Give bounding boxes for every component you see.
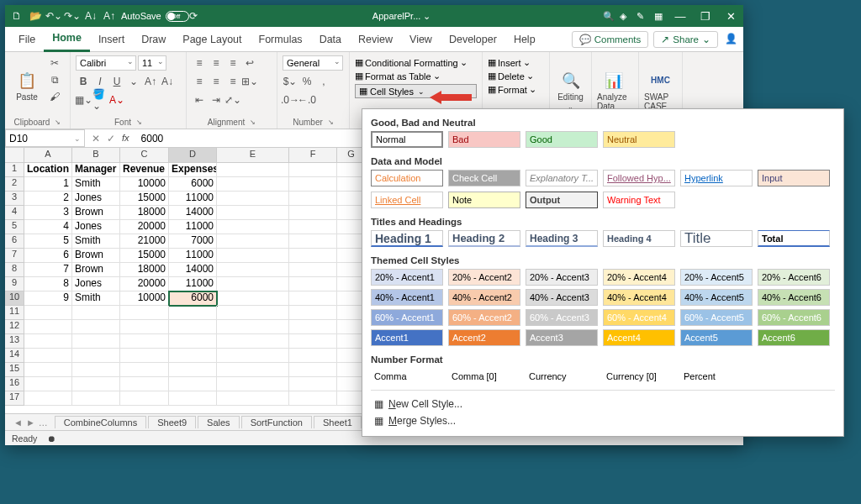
cell[interactable] xyxy=(217,263,289,277)
comments-button[interactable]: 💬 Comments xyxy=(572,31,649,48)
cell[interactable] xyxy=(24,320,72,334)
cell[interactable]: 14000 xyxy=(169,206,217,220)
minimize-button[interactable]: ― xyxy=(673,8,688,24)
row-header[interactable]: 4 xyxy=(5,206,24,220)
cell[interactable]: Smith xyxy=(72,291,120,306)
row-header[interactable]: 8 xyxy=(5,263,24,277)
tab-data[interactable]: Data xyxy=(311,27,350,52)
tab-insert[interactable]: Insert xyxy=(90,27,133,52)
style-swatch[interactable]: Comma [0] xyxy=(448,368,520,385)
comma-icon[interactable]: , xyxy=(316,74,331,89)
cell[interactable]: 14000 xyxy=(169,263,217,277)
style-swatch[interactable]: 60% - Accent4 xyxy=(603,309,675,326)
style-swatch[interactable]: Comma xyxy=(371,368,443,385)
sheet-nav-next-icon[interactable]: ► xyxy=(26,417,35,428)
bold-button[interactable]: B xyxy=(76,74,91,89)
style-swatch[interactable]: Bad xyxy=(448,131,520,148)
sheet-tab[interactable]: Sheet1 xyxy=(314,416,362,428)
style-swatch[interactable]: 40% - Accent6 xyxy=(758,289,830,306)
cell[interactable]: 18000 xyxy=(120,206,169,220)
style-swatch[interactable]: 60% - Accent3 xyxy=(526,309,598,326)
tab-developer[interactable]: Developer xyxy=(441,27,505,52)
style-swatch[interactable]: 40% - Accent2 xyxy=(448,289,520,306)
cell[interactable]: 7000 xyxy=(169,234,217,249)
merge-styles-item[interactable]: ▦ Merge Styles... xyxy=(371,412,835,429)
cell[interactable] xyxy=(217,306,289,320)
style-swatch[interactable]: Accent1 xyxy=(371,329,443,346)
style-swatch[interactable]: 60% - Accent2 xyxy=(448,309,520,326)
style-swatch[interactable]: 40% - Accent3 xyxy=(526,289,598,306)
cell[interactable] xyxy=(24,306,72,320)
style-swatch[interactable]: 40% - Accent4 xyxy=(603,289,675,306)
cell[interactable]: 15000 xyxy=(120,249,169,263)
cell[interactable] xyxy=(72,377,120,391)
style-swatch[interactable]: 20% - Accent4 xyxy=(603,269,675,286)
cell[interactable]: Location xyxy=(24,163,72,177)
cell[interactable]: 21000 xyxy=(120,234,169,249)
align-left-icon[interactable]: ≡ xyxy=(192,74,207,89)
cell[interactable]: 18000 xyxy=(120,263,169,277)
row-header[interactable]: 17 xyxy=(5,391,24,406)
style-swatch[interactable]: Currency [0] xyxy=(603,368,675,385)
cell[interactable]: 11000 xyxy=(169,277,217,291)
number-format-combo[interactable]: General xyxy=(283,55,343,71)
style-swatch[interactable]: Accent5 xyxy=(680,329,753,346)
cut-icon[interactable]: ✂ xyxy=(47,55,62,71)
cell[interactable] xyxy=(289,306,337,320)
cell[interactable] xyxy=(169,349,217,363)
sheet-tab[interactable]: Sales xyxy=(198,416,240,428)
cell[interactable] xyxy=(289,206,337,220)
cell[interactable]: 6 xyxy=(24,249,72,263)
style-swatch[interactable]: 40% - Accent1 xyxy=(371,289,443,306)
cell[interactable] xyxy=(169,334,217,349)
close-button[interactable]: ✕ xyxy=(723,8,738,24)
underline-button[interactable]: U xyxy=(109,74,124,89)
cell[interactable] xyxy=(217,291,289,306)
italic-button[interactable]: I xyxy=(92,74,108,89)
cell[interactable] xyxy=(24,377,72,391)
sync-icon[interactable]: ⟳ xyxy=(187,9,200,23)
search-icon[interactable]: 🔍 xyxy=(603,11,620,22)
style-swatch[interactable]: 20% - Accent3 xyxy=(526,269,598,286)
merge-icon[interactable]: ⊞⌄ xyxy=(242,74,257,89)
open-icon[interactable]: 📂 xyxy=(29,9,42,23)
cell[interactable] xyxy=(120,320,169,334)
cell[interactable] xyxy=(289,377,337,391)
diamond-icon[interactable]: ◈ xyxy=(620,11,626,22)
font-color-icon[interactable]: A⌄ xyxy=(109,92,124,108)
font-name-combo[interactable]: Calibri xyxy=(76,55,136,71)
tab-draw[interactable]: Draw xyxy=(133,27,174,52)
cell[interactable] xyxy=(217,320,289,334)
percent-icon[interactable]: % xyxy=(299,74,314,89)
style-swatch[interactable]: Title xyxy=(680,230,753,247)
cell[interactable] xyxy=(217,334,289,349)
cell[interactable]: 9 xyxy=(24,291,72,306)
name-box[interactable]: D10 xyxy=(5,129,85,147)
cell[interactable] xyxy=(217,234,289,249)
cell[interactable] xyxy=(217,177,289,192)
border-icon[interactable]: ▦⌄ xyxy=(76,92,91,108)
cell[interactable] xyxy=(289,363,337,377)
row-header[interactable]: 11 xyxy=(5,306,24,320)
tab-view[interactable]: View xyxy=(401,27,441,52)
delete-cells-button[interactable]: ▦ Delete ⌄ xyxy=(488,71,544,81)
align-bot-icon[interactable]: ≡ xyxy=(225,55,240,71)
tab-review[interactable]: Review xyxy=(350,27,401,52)
cell[interactable] xyxy=(72,320,120,334)
cell[interactable]: 6000 xyxy=(169,177,217,192)
row-header[interactable]: 15 xyxy=(5,363,24,377)
style-swatch[interactable]: 20% - Accent5 xyxy=(680,269,753,286)
align-center-icon[interactable]: ≡ xyxy=(209,74,224,89)
style-swatch[interactable]: Output xyxy=(526,192,598,208)
cell[interactable]: 11000 xyxy=(169,220,217,234)
cell[interactable] xyxy=(24,363,72,377)
style-swatch[interactable]: Calculation xyxy=(371,170,443,186)
style-swatch[interactable]: 60% - Accent5 xyxy=(680,309,753,326)
cell[interactable] xyxy=(217,363,289,377)
cell[interactable] xyxy=(72,363,120,377)
cell[interactable] xyxy=(217,391,289,406)
fx-icon[interactable]: fx xyxy=(122,133,129,144)
orientation-icon[interactable]: ⤢⌄ xyxy=(225,92,240,108)
style-swatch[interactable]: 20% - Accent1 xyxy=(371,269,443,286)
row-header[interactable]: 5 xyxy=(5,220,24,234)
